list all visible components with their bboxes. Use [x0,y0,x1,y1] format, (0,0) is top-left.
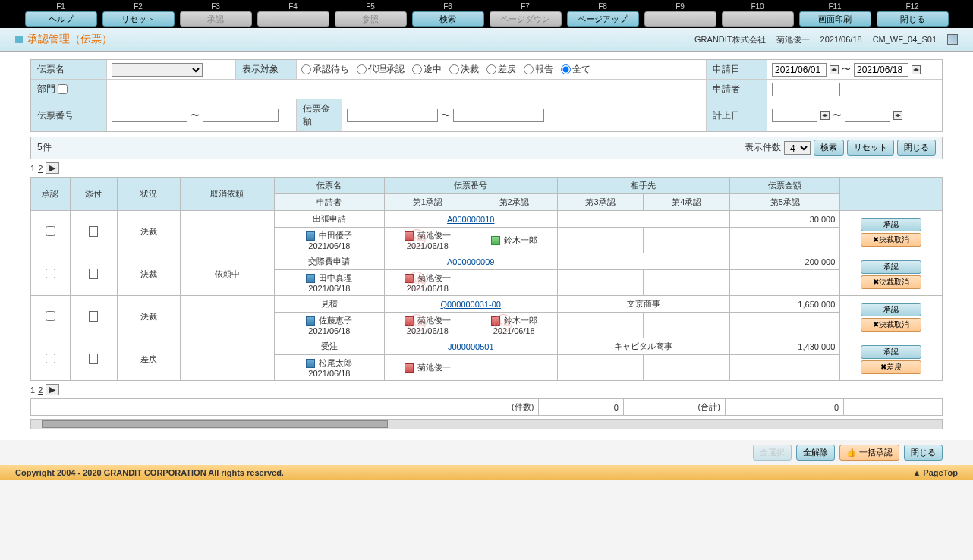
cancel-cell [180,211,274,253]
approval-cell: 菊池俊一 [384,355,471,381]
amount-to[interactable] [453,109,544,122]
page-size-label: 表示件数 [745,141,781,154]
fkey-label: F4 [255,2,331,11]
page-title: 承認管理（伝票） [27,33,112,46]
page-link[interactable]: 2 [38,385,43,395]
attachment-icon[interactable] [89,226,98,237]
calendar-icon[interactable]: ◂▸ [912,65,921,74]
radio-全て[interactable]: 全て [561,63,590,76]
row-select-checkbox[interactable] [46,311,55,321]
denpyo-number-link[interactable]: Q000000031-00 [440,300,501,309]
close-button[interactable]: 閉じる [897,140,936,156]
copyright-bar: Copyright 2004 - 2020 GRANDIT CORPORATIO… [0,465,973,480]
close-button-footer[interactable]: 閉じる [904,445,943,461]
denpyo-no-to[interactable] [203,109,279,122]
row-select-checkbox[interactable] [46,226,55,236]
th-name: 伝票名 [274,178,384,194]
applicant-input[interactable] [772,83,840,96]
fkey-f8[interactable]: ページアップ [567,11,639,27]
fkey-f11[interactable]: 画面印刷 [799,11,871,27]
row-btn-承認[interactable]: 承認 [861,218,921,231]
fkey-label: F6 [410,2,486,11]
company-name: GRANDIT株式会社 [694,34,766,46]
fkey-f5: 参照 [335,11,407,27]
dept-include-children[interactable] [58,84,68,94]
row-btn-差戻[interactable]: ✖差戻 [861,360,921,374]
radio-差戻[interactable]: 差戻 [486,63,516,76]
person-icon [491,316,500,326]
grid-toggle-icon[interactable] [947,34,958,45]
row-btn-決裁取消[interactable]: ✖決裁取消 [861,275,921,289]
radio-決裁[interactable]: 決裁 [449,63,479,76]
pager-bottom: 1 2 ▶ [30,381,943,398]
attachment-icon[interactable] [89,311,98,322]
applicant-cell: 松尾太郎2021/06/18 [274,355,384,381]
reset-button[interactable]: リセット [847,140,894,156]
department-input[interactable] [112,83,187,96]
row-select-checkbox[interactable] [46,269,55,278]
fkey-f1[interactable]: ヘルプ [25,11,97,27]
person-icon [306,274,315,283]
row-btn-承認[interactable]: 承認 [861,345,921,359]
radio-報告[interactable]: 報告 [524,63,553,76]
amount-cell: 200,000 [730,253,840,270]
calendar-icon[interactable]: ◂▸ [830,65,839,74]
apply-date-from[interactable] [772,63,827,77]
pager-next-icon[interactable]: ▶ [46,384,59,395]
total-count: 0 [539,399,624,416]
calendar-icon[interactable]: ◂▸ [893,111,902,120]
fkey-f2[interactable]: リセット [102,11,175,27]
apply-date-to[interactable] [854,63,908,77]
partner-cell [557,253,730,270]
horizontal-scrollbar[interactable] [30,419,943,429]
calendar-icon[interactable]: ◂▸ [820,111,830,120]
person-icon [306,359,315,368]
fkey-label: F7 [487,2,563,11]
attachment-icon[interactable] [89,269,98,279]
row-select-checkbox[interactable] [46,354,55,363]
denpyo-no-from[interactable] [112,109,187,122]
th-number: 伝票番号 [384,178,557,194]
pager-next-icon[interactable]: ▶ [46,162,59,174]
th-cancel: 取消依頼 [180,178,274,211]
person-icon [405,231,414,241]
search-button[interactable]: 検索 [814,140,844,156]
row-btn-決裁取消[interactable]: ✖決裁取消 [861,233,921,247]
amount-from[interactable] [347,109,438,122]
function-key-bar: F1ヘルプF2リセットF3承認F4F5参照F6検索F7ページダウンF8ページアッ… [0,0,973,28]
batch-approve-button[interactable]: 👍 一括承認 [839,445,899,461]
result-action-bar: 5件 表示件数 4 検索 リセット 閉じる [30,137,943,159]
record-date-to[interactable] [845,109,890,122]
select-all-button[interactable]: 全選択 [753,445,792,461]
search-panel: 伝票名 表示対象 承認待ち代理承認途中決裁差戻報告全て 申請日 ◂▸ 〜 ◂▸ … [30,59,943,132]
fkey-label: F8 [565,2,641,11]
label-denpyo-name: 伝票名 [31,60,107,79]
row-btn-承認[interactable]: 承認 [861,260,921,274]
display-target-radios: 承認待ち代理承認途中決裁差戻報告全て [301,63,590,76]
radio-途中[interactable]: 途中 [412,63,442,76]
page-top-link[interactable]: ▲ PageTop [912,468,958,477]
applicant-cell: 中田優子2021/06/18 [274,228,384,253]
fkey-label: F3 [178,2,253,11]
th-a5: 第5承認 [730,194,840,211]
radio-代理承認[interactable]: 代理承認 [357,63,405,76]
radio-承認待ち[interactable]: 承認待ち [301,63,349,76]
denpyo-number-link[interactable]: J000000501 [448,342,494,351]
pager-top: 1 2 ▶ [30,159,943,177]
row-btn-決裁取消[interactable]: ✖決裁取消 [861,318,921,332]
fkey-f6[interactable]: 検索 [412,11,484,27]
fkey-f12[interactable]: 閉じる [877,11,949,27]
page-link[interactable]: 2 [38,164,43,173]
record-date-from[interactable] [772,109,817,122]
row-btn-承認[interactable]: 承認 [861,303,921,316]
person-icon [405,316,414,326]
attachment-icon[interactable] [89,354,98,364]
denpyo-number-link[interactable]: A000000009 [447,257,494,266]
fkey-label: F11 [797,2,873,11]
total-sum: 0 [725,399,843,416]
scrollbar-thumb[interactable] [42,420,388,428]
denpyo-number-link[interactable]: A000000010 [447,215,494,224]
page-size-select[interactable]: 4 [784,141,811,155]
clear-all-button[interactable]: 全解除 [796,445,835,461]
denpyo-name-select[interactable] [112,63,203,77]
